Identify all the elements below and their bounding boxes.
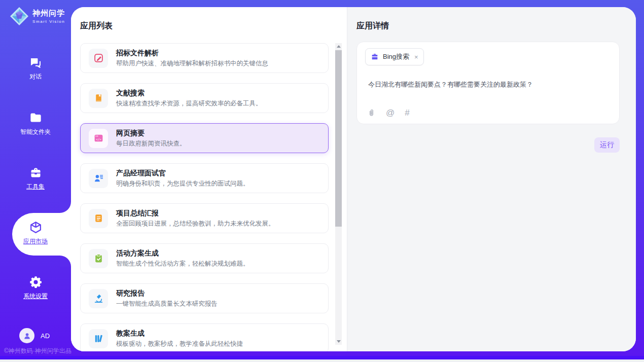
browser-code-icon: </> [89,129,108,148]
app-card[interactable]: </>网页摘要每日政府新闻资讯快查。 [80,123,329,153]
briefcase-icon [371,53,379,61]
scroll-down-arrow[interactable] [335,338,342,345]
user-row[interactable]: AD [19,328,50,343]
hash-icon[interactable]: # [405,108,409,117]
app-logo: 神州问学 Smart Vision [9,6,65,26]
avatar[interactable] [19,328,34,343]
report-doc-icon [89,209,108,228]
attach-icon[interactable] [367,108,376,117]
app-card-name: 活动方案生成 [116,249,249,257]
scrollbar-thumb[interactable] [335,50,342,227]
app-card-name: 教案生成 [116,330,243,337]
user-icon [23,332,31,340]
sidebar-item-label: 应用市场 [23,237,48,246]
chat-icon [29,56,43,69]
book-icon [89,89,108,108]
app-detail-panel: 应用详情 Bing搜索 × 今日湖北有哪些新闻要点？有哪些需要关注的最新政策？ … [347,7,636,351]
app-card[interactable]: 教案生成模板驱动，教案秒成，教学准备从此轻松快捷 [80,323,329,351]
interview-icon [89,169,108,188]
app-card-name: 研究报告 [116,289,218,297]
app-card-text: 文献搜索快速精准查找学术资源，提高研究效率的必备工具。 [116,89,262,107]
app-card-name: 网页摘要 [116,129,186,136]
app-card-description: 帮助用户快速、准确地理解和解析招标书中的关键信息 [116,60,268,67]
app-card-description: 模板驱动，教案秒成，教学准备从此轻松快捷 [116,341,243,347]
logo-diamond-icon [9,6,29,26]
app-list-title: 应用列表 [80,21,113,31]
app-card-text: 活动方案生成智能生成个性化活动方案，轻松解决规划难题。 [116,249,249,267]
books-icon [89,329,108,348]
sidebar-item-folder[interactable]: 智能文件夹 [0,111,71,147]
app-card-text: 项目总结汇报全面回顾项目进展，总结经验教训，助力未来优化发展。 [116,209,275,227]
app-card-name: 招标文件解析 [116,49,268,56]
cube-icon [29,221,43,234]
bubble-notch-bottom [60,256,71,267]
chip-close-icon[interactable]: × [414,54,418,60]
main-content: 应用列表 招标文件解析帮助用户快速、准确地理解和解析招标书中的关键信息文献搜索快… [71,7,636,351]
app-card-name: 文献搜索 [116,89,262,96]
app-card-description: 快速精准查找学术资源，提高研究效率的必备工具。 [116,100,262,107]
app-card[interactable]: 文献搜索快速精准查找学术资源，提高研究效率的必备工具。 [80,83,329,113]
user-name: AD [41,332,50,340]
composer-card: Bing搜索 × 今日湖北有哪些新闻要点？有哪些需要关注的最新政策？ @# [356,42,620,124]
sidebar-item-gear[interactable]: 系统设置 [0,275,71,311]
tool-chip-label: Bing搜索 [383,52,409,61]
microscope-icon [89,289,108,308]
sidebar-item-label: 智能文件夹 [20,128,51,136]
app-card-description: 智能生成个性化活动方案，轻松解决规划难题。 [116,261,249,267]
mention-icon[interactable]: @ [386,108,395,117]
run-button[interactable]: 运行 [594,137,620,153]
sidebar-item-cube[interactable]: 应用市场 [0,221,71,256]
folder-icon [29,111,43,125]
app-card-name: 产品经理面试官 [116,169,249,176]
gear-icon [29,275,43,289]
app-list-panel: 应用列表 招标文件解析帮助用户快速、准确地理解和解析招标书中的关键信息文献搜索快… [71,7,347,351]
logo-title: 神州问学 [32,9,65,18]
app-card-text: 研究报告一键智能生成高质量长文本研究报告 [116,289,218,307]
app-card-description: 明确身份和职责，为您提供专业性的面试问题。 [116,180,249,187]
copyright-text: ©神州数码·神州问学出品 [4,347,71,355]
sidebar-item-label: 系统设置 [23,292,48,301]
clipboard-check-icon [89,249,108,268]
sidebar-item-toolbox[interactable]: 工具集 [0,166,71,201]
logo-subtitle: Smart Vision [32,19,65,24]
app-card-description: 每日政府新闻资讯快查。 [116,140,186,147]
app-card-text: 招标文件解析帮助用户快速、准确地理解和解析招标书中的关键信息 [116,49,268,67]
app-card-name: 项目总结汇报 [116,209,275,216]
sidebar-item-label: 对话 [29,73,42,81]
app-card[interactable]: 项目总结汇报全面回顾项目进展，总结经验教训，助力未来优化发展。 [80,203,329,233]
composer-toolbar: @# [367,108,410,117]
bottom-accent-bar [0,356,644,359]
bubble-notch-top [60,202,71,213]
tool-chip-bing-search: Bing搜索 × [365,48,424,65]
app-cards: 招标文件解析帮助用户快速、准确地理解和解析招标书中的关键信息文献搜索快速精准查找… [80,43,329,351]
sidebar: 神州问学 Smart Vision 对话智能文件夹工具集应用市场系统设置 AD … [0,0,71,356]
app-card[interactable]: 活动方案生成智能生成个性化活动方案，轻松解决规划难题。 [80,243,329,273]
sidebar-item-label: 工具集 [26,183,45,191]
document-edit-icon [89,49,108,68]
app-card-description: 一键智能生成高质量长文本研究报告 [116,301,218,307]
app-card-text: 网页摘要每日政府新闻资讯快查。 [116,129,186,147]
scroll-up-arrow[interactable] [335,43,342,50]
prompt-input[interactable]: 今日湖北有哪些新闻要点？有哪些需要关注的最新政策？ [365,80,611,89]
app-card-text: 教案生成模板驱动，教案秒成，教学准备从此轻松快捷 [116,330,243,347]
scrollbar [335,43,342,345]
app-card-text: 产品经理面试官明确身份和职责，为您提供专业性的面试问题。 [116,169,249,187]
app-card[interactable]: 研究报告一键智能生成高质量长文本研究报告 [80,283,329,313]
app-card[interactable]: 产品经理面试官明确身份和职责，为您提供专业性的面试问题。 [80,163,329,193]
toolbox-icon [29,166,43,179]
app-card[interactable]: 招标文件解析帮助用户快速、准确地理解和解析招标书中的关键信息 [80,43,329,73]
svg-text:</>: </> [96,138,101,141]
app-card-description: 全面回顾项目进展，总结经验教训，助力未来优化发展。 [116,221,275,227]
sidebar-item-chat[interactable]: 对话 [0,56,71,91]
app-detail-title: 应用详情 [356,21,389,31]
